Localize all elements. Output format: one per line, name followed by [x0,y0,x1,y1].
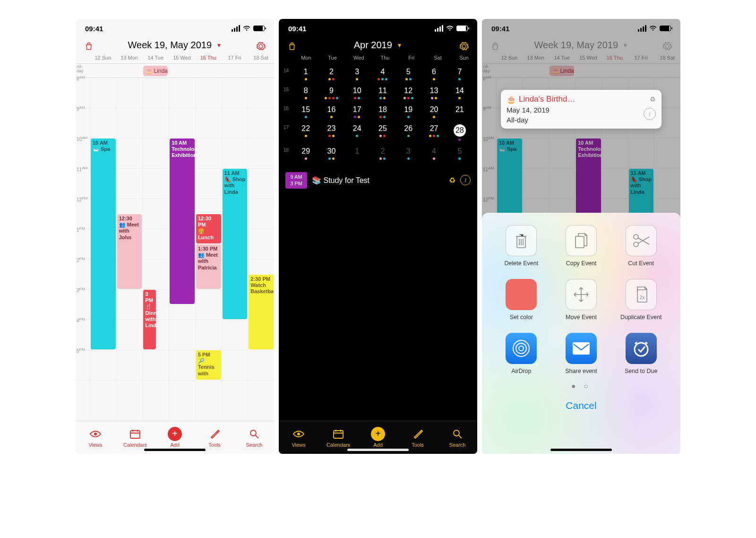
action-copy[interactable]: Copy Event [551,225,611,267]
month-day[interactable]: 2 [318,65,344,84]
month-day[interactable]: 20 [421,103,447,122]
event-spa[interactable]: 10 AM🛁 Spa [91,139,116,349]
svg-rect-15 [573,342,590,355]
action-mail[interactable]: Share event [551,333,611,374]
action-dup[interactable]: 2xDuplicate Event [611,279,671,321]
svg-point-16 [635,343,648,356]
bag-icon[interactable] [82,40,95,53]
month-day[interactable]: 7 [447,65,472,84]
month-day[interactable]: 30 [318,145,344,164]
month-day[interactable]: 14 [447,84,472,103]
month-day[interactable]: 28 [447,122,472,145]
month-day[interactable]: 29 [293,145,318,164]
title[interactable]: Apr 2019 ▼ [354,40,403,50]
month-day[interactable]: 19 [395,103,421,122]
month-day[interactable]: 16 [318,103,344,122]
popover-duration: All-day [507,116,639,124]
cancel-button[interactable]: Cancel [482,393,680,422]
day-header-cell[interactable]: 12 Sun [90,55,116,61]
event-dinner[interactable]: 3 PM🍴 DinnerwithLinda [143,290,155,349]
month-day[interactable]: 6 [421,65,447,84]
screen-month-dark: 09:41 Apr 2019 ▼ MonTueWedThuFriSatSun 1… [279,19,477,454]
allday-event-linda[interactable]: 🎂 Linda [143,66,168,76]
day-header-cell[interactable]: 16 Thu [195,55,222,61]
month-day[interactable]: 10 [344,84,370,103]
day-header-cell[interactable]: 13 Mon [116,55,143,61]
info-icon[interactable]: i [644,108,656,120]
cellular-icon [232,25,240,32]
month-day[interactable]: 15 [293,103,318,122]
month-day[interactable]: 3 [395,145,421,164]
gear-icon[interactable] [457,40,471,53]
day-header-cell[interactable]: 14 Tue [142,55,169,61]
month-day[interactable]: 26 [395,122,421,145]
info-icon[interactable]: i [460,175,471,185]
action-color[interactable]: Set color [491,279,551,321]
event-basket[interactable]: 2:30 PMWatchBasketball [249,275,274,349]
month-day[interactable]: 4 [421,145,447,164]
dow-cell: Tue [319,55,346,61]
event-patricia[interactable]: 1:30 PM👥 MeetwithPatricia [196,244,221,289]
action-due[interactable]: Send to Due [611,333,671,374]
week-number: 15 [284,84,293,103]
day-header-cell[interactable]: 18 Sat [248,55,274,61]
cake-icon: 🎂 [507,95,516,104]
event-shop[interactable]: 11 AM👠 ShopwithLinda [223,169,248,319]
cellular-icon [435,25,443,32]
toolbar-search[interactable]: Search [234,421,274,454]
month-day[interactable]: 17 [344,103,370,122]
month-day[interactable]: 25 [370,122,395,145]
week-grid[interactable]: All-day 🎂 Linda 8AM9AM10AM11AM12PM1PM2PM… [76,63,274,421]
month-day[interactable]: 5 [395,65,421,84]
action-airdrop[interactable]: AirDrop [491,333,551,374]
agenda-title: 📚 Study for Test [312,176,444,185]
toolbar-search[interactable]: Search [438,421,477,454]
month-day[interactable]: 27 [421,122,447,145]
month-day[interactable]: 11 [370,84,395,103]
month-day[interactable]: 9 [318,84,344,103]
month-day[interactable]: 23 [318,122,344,145]
event-meet_john[interactable]: 12:30👥 MeetwithJohn [117,214,142,289]
toolbar-views[interactable]: Views [76,421,115,454]
svg-point-3 [297,433,300,435]
status-bar: 09:41 [279,19,477,38]
screen-week-light: 09:41 Week 19, May 2019 ▼ 12 Sun13 Mon14… [76,19,274,454]
recurring-icon: ♻ [449,176,455,185]
wifi-icon [446,26,454,31]
week-number: 17 [284,122,293,145]
action-trash[interactable]: Delete Event [491,225,551,267]
svg-point-9 [634,242,638,247]
dow-header: MonTueWedThuFriSatSun [279,53,477,63]
event-lunch[interactable]: 12:30 PM🍔 Lunch [196,214,221,243]
month-day[interactable]: 12 [395,84,421,103]
week-number: 14 [284,65,293,84]
month-day[interactable]: 1 [293,65,318,84]
month-day[interactable]: 18 [370,103,395,122]
month-day[interactable]: 4 [370,65,395,84]
month-grid[interactable]: 1412345671589101112131416151617181920211… [279,63,477,168]
month-day[interactable]: 2 [370,145,395,164]
svg-point-5 [454,430,459,436]
gear-icon[interactable] [254,40,267,53]
clock: 09:41 [85,25,103,33]
day-header-cell[interactable]: 15 Wed [169,55,195,61]
day-header-cell[interactable]: 17 Fri [222,55,248,61]
month-day[interactable]: 3 [344,65,370,84]
agenda-row[interactable]: 9 AM3 PM 📚 Study for Test ♻ i [279,168,477,192]
title[interactable]: Week 19, May 2019 ▼ [128,40,222,50]
month-day[interactable]: 1 [344,145,370,164]
month-day[interactable]: 5 [447,145,472,164]
month-day[interactable]: 8 [293,84,318,103]
svg-text:2x: 2x [639,295,644,300]
event-tech[interactable]: 10 AMTechnologyExhibition [170,139,195,304]
month-day[interactable]: 24 [344,122,370,145]
bag-icon[interactable] [285,40,299,53]
month-day[interactable]: 21 [447,103,472,122]
toolbar-views[interactable]: Views [279,421,318,454]
month-day[interactable]: 13 [421,84,447,103]
month-day[interactable]: 22 [293,122,318,145]
week-number: 18 [284,145,293,164]
action-scissors[interactable]: Cut Event [611,225,671,267]
action-move[interactable]: Move Event [551,279,611,321]
event-tennis[interactable]: 5 PM🎾 Tenniswith [196,350,221,380]
